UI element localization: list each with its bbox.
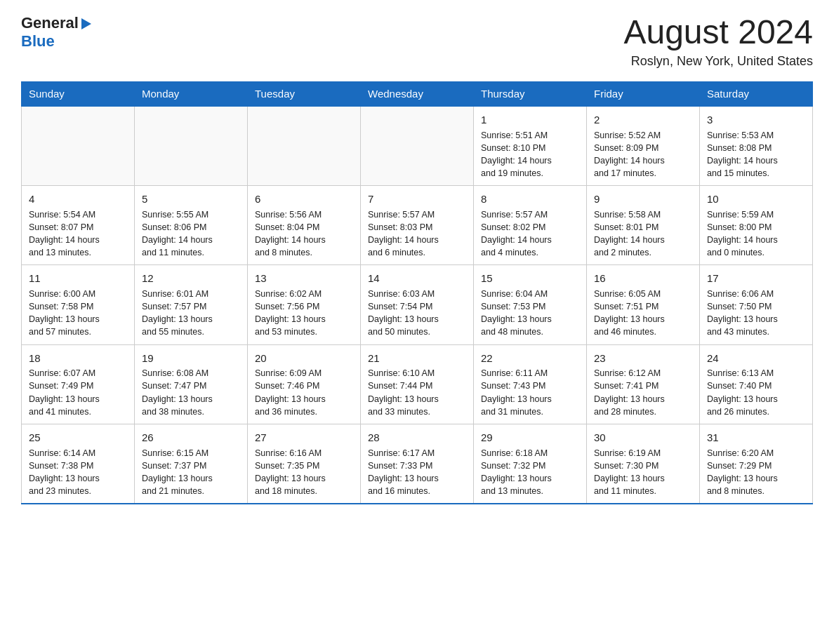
- logo: General Blue: [21, 14, 91, 51]
- calendar-body: 1Sunrise: 5:51 AMSunset: 8:10 PMDaylight…: [22, 106, 813, 504]
- day-number: 17: [707, 271, 805, 286]
- calendar-cell: 6Sunrise: 5:56 AMSunset: 8:04 PMDaylight…: [248, 186, 361, 265]
- calendar-cell: 5Sunrise: 5:55 AMSunset: 8:06 PMDaylight…: [135, 186, 248, 265]
- header-cell-tuesday: Tuesday: [248, 81, 361, 106]
- day-info: Sunrise: 6:13 AMSunset: 7:40 PMDaylight:…: [707, 367, 805, 418]
- day-number: 29: [481, 430, 579, 445]
- day-info: Sunrise: 6:18 AMSunset: 7:32 PMDaylight:…: [481, 447, 579, 498]
- header-cell-sunday: Sunday: [22, 81, 135, 106]
- header-cell-thursday: Thursday: [474, 81, 587, 106]
- day-number: 3: [707, 112, 805, 128]
- day-info: Sunrise: 6:12 AMSunset: 7:41 PMDaylight:…: [594, 367, 692, 418]
- calendar-cell: [361, 106, 474, 186]
- logo-general-text: General: [21, 14, 79, 32]
- day-number: 6: [255, 192, 353, 207]
- calendar-cell: 4Sunrise: 5:54 AMSunset: 8:07 PMDaylight…: [22, 186, 135, 265]
- day-info: Sunrise: 5:56 AMSunset: 8:04 PMDaylight:…: [255, 208, 353, 260]
- week-row-5: 25Sunrise: 6:14 AMSunset: 7:38 PMDayligh…: [22, 424, 813, 504]
- day-number: 28: [368, 430, 466, 445]
- day-number: 23: [594, 351, 692, 366]
- calendar-cell: 3Sunrise: 5:53 AMSunset: 8:08 PMDaylight…: [700, 106, 813, 186]
- calendar-cell: [135, 106, 248, 186]
- calendar-cell: 8Sunrise: 5:57 AMSunset: 8:02 PMDaylight…: [474, 186, 587, 265]
- calendar-cell: 25Sunrise: 6:14 AMSunset: 7:38 PMDayligh…: [22, 424, 135, 504]
- calendar-cell: 13Sunrise: 6:02 AMSunset: 7:56 PMDayligh…: [248, 265, 361, 344]
- day-number: 14: [368, 271, 466, 286]
- calendar-cell: [22, 106, 135, 186]
- week-row-3: 11Sunrise: 6:00 AMSunset: 7:58 PMDayligh…: [22, 265, 813, 344]
- day-info: Sunrise: 5:57 AMSunset: 8:02 PMDaylight:…: [481, 208, 579, 260]
- calendar-cell: 24Sunrise: 6:13 AMSunset: 7:40 PMDayligh…: [700, 344, 813, 424]
- day-info: Sunrise: 6:08 AMSunset: 7:47 PMDaylight:…: [142, 367, 240, 418]
- calendar-cell: 15Sunrise: 6:04 AMSunset: 7:53 PMDayligh…: [474, 265, 587, 344]
- day-number: 16: [594, 271, 692, 286]
- calendar-header: SundayMondayTuesdayWednesdayThursdayFrid…: [22, 81, 813, 106]
- calendar-cell: 31Sunrise: 6:20 AMSunset: 7:29 PMDayligh…: [700, 424, 813, 504]
- day-info: Sunrise: 6:07 AMSunset: 7:49 PMDaylight:…: [29, 367, 127, 418]
- header-cell-friday: Friday: [587, 81, 700, 106]
- calendar-cell: 14Sunrise: 6:03 AMSunset: 7:54 PMDayligh…: [361, 265, 474, 344]
- day-number: 1: [481, 112, 579, 128]
- week-row-1: 1Sunrise: 5:51 AMSunset: 8:10 PMDaylight…: [22, 106, 813, 186]
- day-info: Sunrise: 5:54 AMSunset: 8:07 PMDaylight:…: [29, 208, 127, 260]
- calendar-cell: 19Sunrise: 6:08 AMSunset: 7:47 PMDayligh…: [135, 344, 248, 424]
- calendar-cell: 1Sunrise: 5:51 AMSunset: 8:10 PMDaylight…: [474, 106, 587, 186]
- header-cell-saturday: Saturday: [700, 81, 813, 106]
- day-number: 7: [368, 192, 466, 207]
- logo-arrow-icon: [81, 18, 91, 29]
- day-info: Sunrise: 5:51 AMSunset: 8:10 PMDaylight:…: [481, 129, 579, 180]
- week-row-2: 4Sunrise: 5:54 AMSunset: 8:07 PMDaylight…: [22, 186, 813, 265]
- calendar-cell: 23Sunrise: 6:12 AMSunset: 7:41 PMDayligh…: [587, 344, 700, 424]
- day-info: Sunrise: 6:10 AMSunset: 7:44 PMDaylight:…: [368, 367, 466, 418]
- calendar-cell: 17Sunrise: 6:06 AMSunset: 7:50 PMDayligh…: [700, 265, 813, 344]
- day-info: Sunrise: 6:17 AMSunset: 7:33 PMDaylight:…: [368, 447, 466, 498]
- day-number: 8: [481, 192, 579, 207]
- header-row: SundayMondayTuesdayWednesdayThursdayFrid…: [22, 81, 813, 106]
- day-info: Sunrise: 6:14 AMSunset: 7:38 PMDaylight:…: [29, 447, 127, 498]
- day-number: 4: [29, 192, 127, 207]
- day-info: Sunrise: 5:58 AMSunset: 8:01 PMDaylight:…: [594, 208, 692, 260]
- day-info: Sunrise: 5:57 AMSunset: 8:03 PMDaylight:…: [368, 208, 466, 260]
- calendar-cell: 11Sunrise: 6:00 AMSunset: 7:58 PMDayligh…: [22, 265, 135, 344]
- logo-blue-text: Blue: [21, 32, 55, 50]
- day-number: 26: [142, 430, 240, 445]
- day-info: Sunrise: 6:04 AMSunset: 7:53 PMDaylight:…: [481, 288, 579, 339]
- calendar-cell: 30Sunrise: 6:19 AMSunset: 7:30 PMDayligh…: [587, 424, 700, 504]
- day-number: 27: [255, 430, 353, 445]
- day-number: 30: [594, 430, 692, 445]
- day-number: 18: [29, 351, 127, 366]
- calendar-cell: 16Sunrise: 6:05 AMSunset: 7:51 PMDayligh…: [587, 265, 700, 344]
- day-info: Sunrise: 6:20 AMSunset: 7:29 PMDaylight:…: [707, 447, 805, 498]
- day-info: Sunrise: 6:19 AMSunset: 7:30 PMDaylight:…: [594, 447, 692, 498]
- calendar-cell: 12Sunrise: 6:01 AMSunset: 7:57 PMDayligh…: [135, 265, 248, 344]
- day-number: 2: [594, 112, 692, 128]
- day-info: Sunrise: 6:02 AMSunset: 7:56 PMDaylight:…: [255, 288, 353, 339]
- calendar-cell: [248, 106, 361, 186]
- day-info: Sunrise: 6:11 AMSunset: 7:43 PMDaylight:…: [481, 367, 579, 418]
- day-number: 21: [368, 351, 466, 366]
- calendar-cell: 21Sunrise: 6:10 AMSunset: 7:44 PMDayligh…: [361, 344, 474, 424]
- calendar-cell: 27Sunrise: 6:16 AMSunset: 7:35 PMDayligh…: [248, 424, 361, 504]
- day-number: 19: [142, 351, 240, 366]
- calendar-cell: 2Sunrise: 5:52 AMSunset: 8:09 PMDaylight…: [587, 106, 700, 186]
- month-title: August 2024: [623, 14, 813, 51]
- day-number: 15: [481, 271, 579, 286]
- day-info: Sunrise: 6:01 AMSunset: 7:57 PMDaylight:…: [142, 288, 240, 339]
- day-info: Sunrise: 6:03 AMSunset: 7:54 PMDaylight:…: [368, 288, 466, 339]
- day-number: 24: [707, 351, 805, 366]
- title-block: August 2024 Roslyn, New York, United Sta…: [623, 14, 813, 69]
- location-subtitle: Roslyn, New York, United States: [623, 54, 813, 69]
- page-header: General Blue August 2024 Roslyn, New Yor…: [21, 14, 813, 69]
- day-info: Sunrise: 6:15 AMSunset: 7:37 PMDaylight:…: [142, 447, 240, 498]
- day-number: 11: [29, 271, 127, 286]
- calendar-cell: 9Sunrise: 5:58 AMSunset: 8:01 PMDaylight…: [587, 186, 700, 265]
- calendar-cell: 22Sunrise: 6:11 AMSunset: 7:43 PMDayligh…: [474, 344, 587, 424]
- day-number: 25: [29, 430, 127, 445]
- day-info: Sunrise: 6:16 AMSunset: 7:35 PMDaylight:…: [255, 447, 353, 498]
- calendar-cell: 7Sunrise: 5:57 AMSunset: 8:03 PMDaylight…: [361, 186, 474, 265]
- day-info: Sunrise: 6:06 AMSunset: 7:50 PMDaylight:…: [707, 288, 805, 339]
- day-info: Sunrise: 6:00 AMSunset: 7:58 PMDaylight:…: [29, 288, 127, 339]
- day-number: 22: [481, 351, 579, 366]
- day-info: Sunrise: 6:09 AMSunset: 7:46 PMDaylight:…: [255, 367, 353, 418]
- day-number: 31: [707, 430, 805, 445]
